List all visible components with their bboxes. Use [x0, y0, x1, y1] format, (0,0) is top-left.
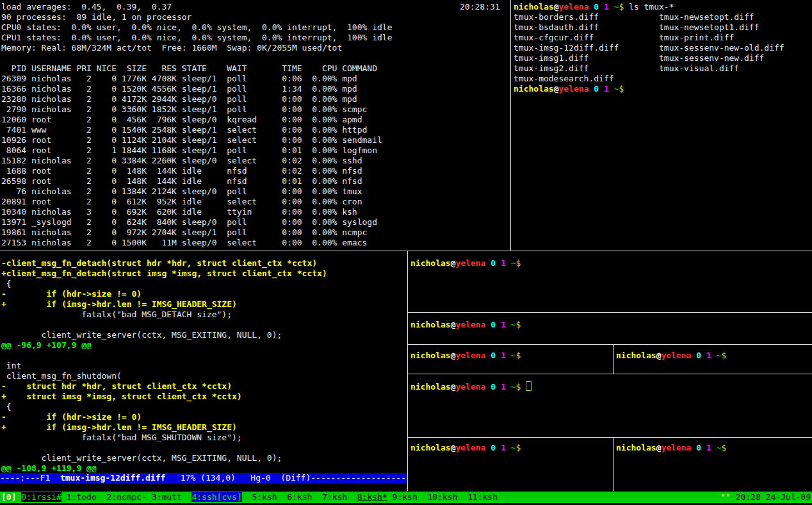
text-run: -client_msg_fn_detach(struct hdr *hdr, s… [1, 258, 317, 268]
client-title: "" [720, 492, 735, 502]
pane-top-command[interactable]: load averages: 0.45, 0.39, 0.37 90 proce… [0, 0, 510, 251]
window-4-ssh[interactable]: 4:ssh[cvs] [191, 492, 241, 502]
text-run: $ [516, 320, 521, 329]
pane-shell-ls[interactable]: nicholas@yelena 0 1 ~$ ls tmux-* tmux-bo… [511, 0, 812, 251]
text-run: tmux-imsg-12diff.diff tmux-sessenv-new-o… [514, 43, 784, 53]
text-run: 2790 nicholas 2 0 3360K 1852K sleep/1 po… [1, 104, 367, 114]
text-run [599, 2, 604, 12]
text-run: client_msg_fn_shutdown( [1, 371, 122, 381]
text-run [506, 351, 511, 360]
pane-shell-4[interactable]: nicholas@yelena 0 1 ~$ [614, 345, 812, 374]
text-run: 0 [696, 351, 701, 360]
text-run: nicholas [410, 382, 451, 392]
text-run: 1 [501, 351, 506, 360]
shell-prompt: nicholas@yelena 0 1 ~$ [614, 345, 812, 361]
separator [182, 492, 192, 502]
window-5-ksh[interactable]: 5:ksh [252, 492, 277, 502]
text-run: { [1, 402, 12, 411]
terminal-cursor [526, 381, 532, 391]
text-run: 12060 root 2 0 456K 796K sleep/0 kqread … [1, 115, 362, 124]
text-run [506, 382, 511, 392]
text-run [496, 258, 501, 268]
text-run [496, 443, 501, 452]
text-run: 0 [491, 258, 496, 268]
pane-border-vertical-top [510, 0, 511, 251]
pane-border-vertical-split-1 [613, 345, 614, 374]
text-run: 0 [491, 443, 496, 452]
tmux-status-bar: [0] 0:irssi# 1:todo 2:ncmpc- 3:mutt 4:ss… [0, 492, 812, 503]
text-run [496, 382, 501, 392]
text-run: 26309 nicholas 2 0 1776K 4708K sleep/1 p… [1, 74, 357, 83]
window-6-ksh[interactable]: 6:ksh [287, 492, 312, 502]
pane-border-horizontal-3 [408, 374, 812, 374]
text-run: nicholas [616, 351, 656, 360]
text-run: tmux-modesearch.diff [514, 74, 659, 83]
pane-shell-6[interactable]: nicholas@yelena 0 1 ~$ [614, 438, 812, 491]
text-run: $ [721, 351, 726, 360]
text-run: CPU0 states: 0.0% user, 0.0% nice, 0.0% … [1, 22, 392, 32]
status-window-list: [0] 0:irssi# 1:todo 2:ncmpc- 3:mutt 4:ss… [1, 492, 498, 502]
shell-prompt: nicholas@yelena 0 1 ~$ [408, 345, 613, 361]
text-run: int [1, 361, 21, 370]
separator [312, 492, 322, 502]
modeline-info: 17% (134,0) Hg-0 (Diff) [165, 473, 311, 483]
separator [61, 492, 67, 502]
text-run: 0 [594, 84, 599, 94]
text-run: 90 processes: 89 idle, 1 on processor [1, 12, 191, 22]
pane-shell-2[interactable]: nicholas@yelena 0 1 ~$ [408, 313, 812, 344]
text-run: 16366 nicholas 2 0 1520K 4556K sleep/1 p… [1, 84, 357, 94]
text-run [701, 443, 706, 452]
text-run: tmux-imsg2.diff tmux-visual.diff [514, 63, 739, 73]
window-0-irssi[interactable]: 0:irssi# [21, 492, 61, 502]
session-name: [0] [1, 492, 21, 502]
text-run: $ [516, 443, 521, 452]
text-run: load averages: 0.45, 0.39, 0.37 [1, 2, 172, 12]
text-run: client_write_server(cctx, MSG_EXITING, N… [1, 453, 282, 463]
diff-buffer-text: -client_msg_fn_detach(struct hdr *hdr, s… [0, 251, 407, 474]
separator [387, 492, 393, 502]
text-run: 10926 root 2 0 1124K 2104K sleep/1 selec… [1, 135, 382, 145]
text-run: nicholas [514, 2, 554, 12]
text-run [599, 84, 604, 94]
text-run: yelena [661, 443, 691, 452]
text-run: 1 [604, 2, 609, 12]
text-run [711, 443, 717, 452]
window-1-todo[interactable]: 1:todo [67, 492, 97, 502]
window-10-ksh[interactable]: 10:ksh [427, 492, 457, 502]
pane-shell-5[interactable]: nicholas@yelena 0 1 ~$ [408, 438, 613, 491]
text-run: yelena [558, 84, 589, 94]
text-run: PID USERNAME PRI NICE SIZE RES STATE WAI… [1, 63, 377, 73]
top-output-text: load averages: 0.45, 0.39, 0.37 90 proce… [0, 0, 510, 248]
window-11-ksh[interactable]: 11:ksh [467, 492, 498, 502]
text-run: 0 [491, 382, 496, 392]
text-run: 0 [696, 443, 701, 452]
separator [97, 492, 107, 502]
text-run: fatalx("bad MSG_DETACH size"); [1, 310, 232, 319]
window-3-mutt[interactable]: 3:mutt [152, 492, 182, 502]
pane-shell-3[interactable]: nicholas@yelena 0 1 ~$ [408, 345, 613, 374]
text-run: + if (imsg->hdr.len != IMSG_HEADER_SIZE) [1, 422, 237, 432]
text-run: nicholas [410, 443, 451, 452]
text-run: 13971 _syslogd 2 0 624K 840K sleep/0 pol… [1, 217, 377, 227]
separator [147, 492, 152, 502]
window-9-ksh[interactable]: 9:ksh [393, 492, 418, 502]
text-run: $ [619, 84, 624, 94]
text-run: + if (imsg->hdr.len != IMSG_HEADER_SIZE) [1, 299, 237, 309]
text-run: 19861 nicholas 2 0 972K 2704K sleep/1 po… [1, 228, 367, 237]
window-2-ncmpc[interactable]: 2:ncmpc- [106, 492, 147, 502]
text-run [506, 443, 511, 452]
text-run: ls tmux-* [624, 2, 674, 12]
text-run: 8064 root 2 1 1844K 1168K sleep/1 poll 0… [1, 145, 377, 155]
pane-border-vertical-split-2 [613, 438, 614, 491]
pane-shell-1[interactable]: nicholas@yelena 0 1 ~$ [408, 251, 812, 312]
text-run: 1 [501, 320, 506, 329]
window-8-ksh-active[interactable]: 8:ksh* [357, 492, 387, 502]
text-run [701, 351, 706, 360]
pane-shell-active[interactable]: nicholas@yelena 0 1 ~$ [408, 374, 812, 437]
text-run: 7401 www 2 0 1540K 2548K sleep/1 select … [1, 125, 367, 135]
window-7-ksh[interactable]: 7:ksh [322, 492, 347, 502]
text-run: yelena [455, 443, 485, 452]
text-run: nicholas [410, 258, 451, 268]
pane-emacs-diff[interactable]: -client_msg_fn_detach(struct hdr *hdr, s… [0, 251, 407, 491]
tmux-screen: { "colors":{ "background":"#000000","for… [0, 0, 812, 505]
